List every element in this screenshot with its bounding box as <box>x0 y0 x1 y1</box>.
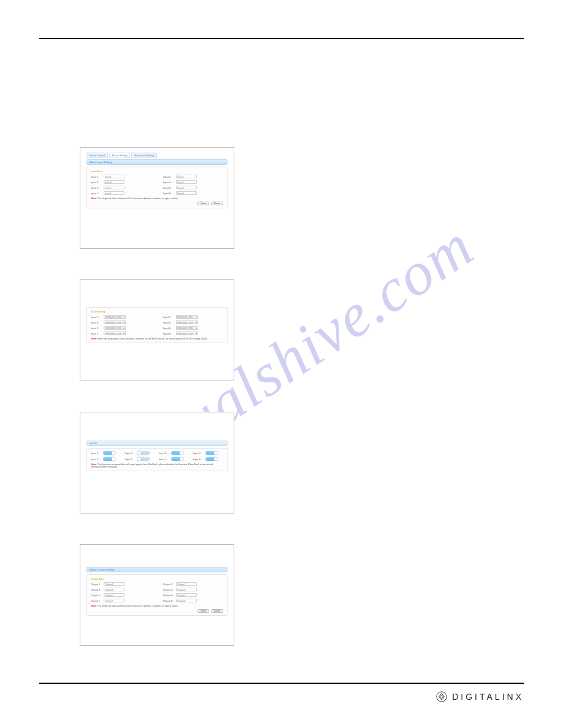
panel-body: Input Alias Input 1:Input1 Input 2:Input… <box>86 167 228 208</box>
hdcp-toggle[interactable] <box>171 457 183 461</box>
alias-input[interactable]: Input3 <box>104 180 124 184</box>
label: Input 6: <box>163 186 174 189</box>
edid-grid: Input 1:UHD@60_2CH Input 2:UHD@60_2CH In… <box>91 315 223 335</box>
row: Input 8:Input8 <box>163 191 223 195</box>
row: Input 5:UHD@60_2CH <box>91 326 151 330</box>
row: Input 2:Input2 <box>163 175 223 178</box>
bottom-rule <box>39 683 524 684</box>
label: Input 6: <box>163 327 174 330</box>
alias-input[interactable]: Output6 <box>176 593 197 597</box>
edid-select[interactable]: UHD@60_2CH <box>104 320 126 324</box>
label: Input 3: <box>91 181 102 184</box>
panel-title: Matrix Output Setting <box>86 567 228 572</box>
panel-title: Matrix Input Setting <box>86 159 228 165</box>
row: Output 6:Output6 <box>163 593 223 597</box>
section-title: HDCP <box>86 441 228 446</box>
edid-select[interactable]: UHD@60_2CH <box>176 315 198 319</box>
document-page: manualshive.com Matrix Control Matrix Se… <box>0 0 563 728</box>
label: Input 8: <box>193 458 204 461</box>
row: Input 7: <box>159 457 190 461</box>
alias-input[interactable]: Output3 <box>104 588 124 591</box>
section-title: Input Alias <box>91 170 223 173</box>
label: Output 5: <box>91 594 102 597</box>
row: Input 6:UHD@60_2CH <box>163 326 223 330</box>
label: Input 8: <box>163 192 174 195</box>
edid-select[interactable]: UHD@60_2CH <box>176 320 198 324</box>
label: Output 1: <box>91 583 102 586</box>
alias-input[interactable]: Input8 <box>176 191 197 195</box>
alias-input[interactable]: Output7 <box>104 599 124 602</box>
figure-inner: HDCP Input 1: Input 2: Input 3: Input 4:… <box>80 412 234 513</box>
edid-select[interactable]: UHD@60_2CH <box>176 326 198 330</box>
label: Input 5: <box>91 327 102 330</box>
note-text: The length of alias is limited to 15 cha… <box>98 605 178 607</box>
row: Input 6: <box>125 457 156 461</box>
label: Input 1: <box>91 175 102 178</box>
alias-input[interactable]: Input6 <box>176 186 197 189</box>
alias-input[interactable]: Input2 <box>176 175 197 178</box>
brand: DIGITALINX <box>436 691 524 702</box>
reset-button[interactable]: Reset <box>211 202 223 205</box>
label: Input 7: <box>91 192 102 195</box>
alias-input[interactable]: Output2 <box>176 582 197 586</box>
figure-inner: Matrix Output Setting Output Alias Outpu… <box>80 545 234 645</box>
alias-input[interactable]: Input7 <box>104 191 124 195</box>
alias-input[interactable]: Input5 <box>104 186 124 189</box>
hdcp-toggle[interactable] <box>171 451 183 455</box>
row: Input 2: <box>125 451 156 455</box>
hdcp-toggle[interactable] <box>205 457 218 461</box>
tab-advanced-setting[interactable]: Advanced Setting <box>131 153 156 158</box>
row: Input 1:UHD@60_2CH <box>91 315 151 319</box>
alias-input[interactable]: Output8 <box>176 599 197 602</box>
row: Input 3:UHD@60_2CH <box>91 320 151 324</box>
save-button[interactable]: Save <box>197 202 209 205</box>
hdcp-toggle[interactable] <box>137 451 150 455</box>
row: Output 5:Output5 <box>91 593 151 597</box>
hdcp-toggle[interactable] <box>205 451 218 455</box>
row: Input 4: <box>193 451 224 455</box>
tab-matrix-control[interactable]: Matrix Control <box>86 153 108 158</box>
label: Input 7: <box>159 458 170 461</box>
label: Output 8: <box>163 599 174 602</box>
brand-text: DIGITALINX <box>452 692 524 702</box>
label: Input 8: <box>163 332 174 335</box>
row: Input 1: <box>91 451 121 455</box>
label: Input 4: <box>163 181 174 184</box>
row: Input 4:Input4 <box>163 180 223 184</box>
note-key: Note: <box>91 338 97 340</box>
figure-input-alias: Matrix Control Matrix Setting Advanced S… <box>80 147 234 249</box>
alias-input[interactable]: Output4 <box>176 588 197 591</box>
label: Input 1: <box>91 452 102 455</box>
note-text: This function is compatible with input s… <box>91 463 213 468</box>
edid-select[interactable]: UHD@60_2CH <box>104 332 126 335</box>
note-key: Note: <box>91 605 97 607</box>
alias-input[interactable]: Input4 <box>176 180 197 184</box>
hdcp-toggle[interactable] <box>103 457 115 461</box>
row: Input 8:UHD@60_2CH <box>163 332 223 335</box>
reset-button[interactable]: Reset <box>211 609 223 613</box>
row: Output 7:Output7 <box>91 599 151 602</box>
label: Input 4: <box>163 321 174 324</box>
label: Output 3: <box>91 588 102 591</box>
panel-body: Input 1: Input 2: Input 3: Input 4: Inpu… <box>86 448 228 471</box>
hdcp-toggle[interactable] <box>103 451 115 455</box>
edid-select[interactable]: UHD@60_2CH <box>176 332 198 335</box>
row: Input 3: <box>159 451 190 455</box>
edid-select[interactable]: UHD@60_2CH <box>104 326 126 330</box>
label: Input 5: <box>91 186 102 189</box>
input-alias-grid: Input 1:Input1 Input 2:Input2 Input 3:In… <box>91 175 223 195</box>
button-row: Save Reset <box>91 202 223 205</box>
alias-input[interactable]: Output1 <box>104 582 124 586</box>
label: Input 6: <box>125 458 136 461</box>
tab-bar: Matrix Control Matrix Setting Advanced S… <box>86 153 228 158</box>
alias-input[interactable]: Output5 <box>104 593 124 597</box>
row: Input 1:Input1 <box>91 175 151 178</box>
label: Input 2: <box>163 316 174 319</box>
figure-inner: Matrix Control Matrix Setting Advanced S… <box>80 148 234 248</box>
tab-matrix-setting[interactable]: Matrix Setting <box>109 153 130 158</box>
edid-select[interactable]: UHD@60_2CH <box>104 315 126 319</box>
hdcp-toggle[interactable] <box>137 457 150 461</box>
alias-input[interactable]: Input1 <box>104 175 124 178</box>
figure-edid: EDID Setting Input 1:UHD@60_2CH Input 2:… <box>80 279 234 381</box>
save-button[interactable]: Save <box>197 609 209 613</box>
